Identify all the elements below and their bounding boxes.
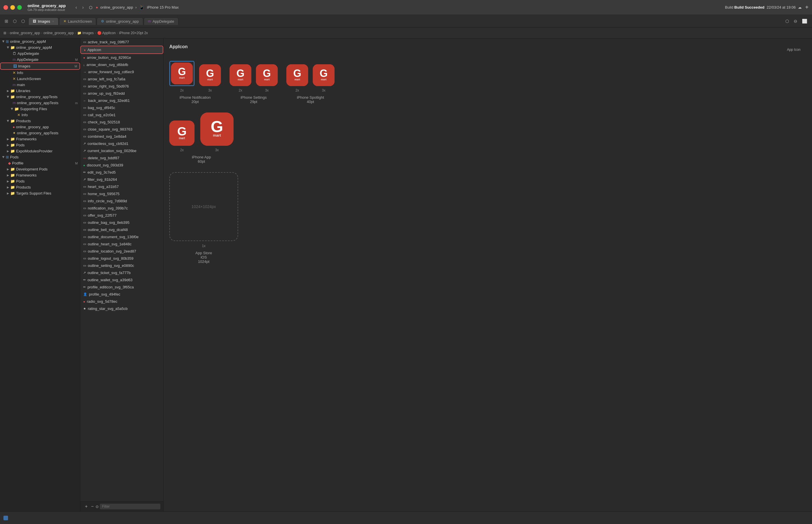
file-item-notification[interactable]: ▭ notification_svg_399b7c — [80, 204, 163, 212]
close-window-button[interactable] — [3, 5, 8, 10]
sidebar-item-info[interactable]: ✕ Info — [0, 70, 80, 76]
file-item-arrow-forward[interactable]: → arrow_forward_svg_cd6ec9 — [80, 68, 163, 76]
icon-cell-app-2x[interactable]: G mart 2x — [169, 120, 195, 152]
file-item-profile-editicon[interactable]: ✏ profile_editicon_svg_3f65ca — [80, 283, 163, 291]
sidebar-item-podfile[interactable]: ◆ Podfile M — [0, 160, 80, 166]
file-item-radio[interactable]: ● radio_svg_5d78ec — [80, 298, 163, 305]
file-item-arrow-up[interactable]: ▭ arrow_up_svg_f92edd — [80, 90, 163, 97]
sidebar-item-pods-sub[interactable]: ▶ 📁 Pods — [0, 142, 80, 148]
appstore-placeholder[interactable]: 1024×1024px — [169, 172, 238, 241]
sidebar-item-tests-folder[interactable]: ▶ 📁 online_grocery_appTests — [0, 94, 80, 100]
file-item-contactless[interactable]: ↗ contactless_svg_cb92d1 — [80, 140, 163, 147]
file-item-profile[interactable]: 👤 profile_svg_494fec — [80, 291, 163, 298]
minimize-window-button[interactable] — [10, 5, 15, 10]
file-item-filter[interactable]: ↗ filter_svg_81b264 — [80, 176, 163, 183]
nav-next-button[interactable]: ⬡ — [20, 17, 26, 25]
add-button[interactable]: + — [805, 4, 809, 11]
file-item-edit[interactable]: ✏ edit_svg_3c7ed5 — [80, 169, 163, 176]
file-item-current-location[interactable]: ↗ current_location_svg_0026be — [80, 147, 163, 154]
sidebar-item-app-product[interactable]: ● online_grocery_app — [0, 124, 80, 130]
icon-cell-notification-3x[interactable]: G mart 3x — [199, 64, 221, 93]
split-editor-button[interactable]: ⬡ — [784, 17, 790, 25]
icon-cell-app-3x[interactable]: G mart 3x — [200, 113, 234, 152]
sidebar-item-pods-root[interactable]: ▶ ⊞ Pods — [0, 154, 80, 160]
file-item-outline-bag[interactable]: ▭ outline_bag_svg_8eb395 — [80, 219, 163, 226]
icon-cell-settings-2x[interactable]: G mart 2x — [230, 64, 251, 93]
sidebar-item-appdelegate-m[interactable]: m AppDelegate M — [0, 56, 80, 63]
file-item-rating-star[interactable]: ★ rating_star_svg_a5a5cb — [80, 305, 163, 312]
file-item-home[interactable]: ▭ home_svg_595675 — [80, 190, 163, 197]
file-item-outline-setting[interactable]: ▭ outline_setting_svg_e0890c — [80, 262, 163, 269]
file-item-outline-document[interactable]: ▭ outline_document_svg_136f0e — [80, 233, 163, 241]
breadcrumb-project[interactable]: online_grocery_app — [10, 31, 40, 35]
file-item-close-square[interactable]: ▭ close_square_svg_983763 — [80, 126, 163, 133]
icon-cell-spotlight-3x[interactable]: G mart 3x — [313, 64, 334, 93]
sidebar-item-products[interactable]: ▶ 📁 Products — [0, 118, 80, 124]
sidebar-item-appdelegate-h[interactable]: 🗒 AppDelegate — [0, 50, 80, 56]
file-item-arrow-right[interactable]: ▭ arrow_right_svg_5bd976 — [80, 83, 163, 90]
sidebar-item-dev-pods[interactable]: ▶ 📁 Development Pods — [0, 166, 80, 172]
tab-launchscreen[interactable]: ✕ LaunchScreen — [59, 17, 96, 25]
icon-cell-settings-3x[interactable]: G mart 3x — [256, 64, 278, 93]
file-item-check[interactable]: ▭ check_svg_502518 — [80, 118, 163, 126]
maximize-window-button[interactable] — [17, 5, 22, 10]
sidebar-item-tests-product[interactable]: ✦ online_grocery_appTests — [0, 130, 80, 136]
file-item-arrow-left[interactable]: ▭ arrow_left_svg_fc7a6a — [80, 76, 163, 83]
file-item-info-circle[interactable]: ▭ info_circle_svg_7d989d — [80, 197, 163, 204]
nav-prev-button[interactable]: ⬡ — [12, 17, 18, 25]
tab-grocery-app[interactable]: ⚙ online_grocery_app — [97, 17, 143, 25]
sidebar-item-targets-support[interactable]: ▶ 📁 Targets Support Files — [0, 190, 80, 196]
file-item-outline-logout[interactable]: ▭ outline_logout_svg_80b359 — [80, 255, 163, 262]
layout-button[interactable]: ⬜ — [801, 17, 809, 25]
sidebar-item-tests-m[interactable]: m online_grocery_appTests m — [0, 100, 80, 106]
sidebar-item-main[interactable]: m main — [0, 82, 80, 88]
file-item-bag[interactable]: ▭ bag_svg_df945c — [80, 104, 163, 111]
svg-text:G: G — [263, 67, 271, 79]
file-item-discount[interactable]: ● discount_svg_093d39 — [80, 162, 163, 169]
file-item-offer[interactable]: ▭ offer_svg_22f577 — [80, 212, 163, 219]
icon-cell-notification-2x[interactable]: G mart 2x — [169, 61, 195, 93]
file-item-back-arrow[interactable]: ← back_arrow_svg_32ed61 — [80, 97, 163, 104]
file-item-delete[interactable]: ▭ delete_svg_bddf87 — [80, 154, 163, 162]
sidebar-item-images[interactable]: 🖼 Images M — [0, 63, 80, 70]
tab-images-close[interactable]: ✕ — [52, 20, 54, 23]
file-item-outline-wallet[interactable]: ✏ outline_wallet_svg_a39d63 — [80, 276, 163, 283]
sidebar-toggle-button[interactable]: ⊞ — [3, 17, 10, 25]
sidebar-item-supporting-files[interactable]: ▶ 📁 Supporting Files — [0, 106, 80, 112]
file-item-combined[interactable]: ▭ combined_svg_1e8da4 — [80, 133, 163, 140]
sidebar-item-frameworks2[interactable]: ▶ 📁 Frameworks — [0, 172, 80, 178]
sidebar-item-pods2[interactable]: ▶ 📁 Pods — [0, 178, 80, 184]
file-item-outline-bell[interactable]: ▭ outline_bell_svg_dcaf48 — [80, 226, 163, 233]
sidebar-item-expo[interactable]: ▶ 📁 ExpoModulesProvider — [0, 148, 80, 154]
file-item-outline-ticket[interactable]: ↗ outline_ticket_svg_fa777b — [80, 269, 163, 276]
file-item-arrow-button[interactable]: ● arrow_button_svg_82991e — [80, 54, 163, 61]
file-item-appicon[interactable]: ● AppIcon — [80, 46, 163, 54]
breadcrumb-applicon[interactable]: 🔴 ApplIcon — [97, 31, 116, 35]
file-item-heart[interactable]: ▭ heart_svg_a31b57 — [80, 183, 163, 190]
breadcrumb-folder[interactable]: online_grocery_app — [43, 31, 73, 35]
device-selector[interactable]: ● online_grocery_app › 📱 iPhone 15 Pro M… — [96, 4, 179, 10]
sidebar-item-launchscreen[interactable]: ✕ LaunchScreen — [0, 76, 80, 82]
sidebar-item-products2[interactable]: ▶ 📁 Products — [0, 184, 80, 190]
filter-input[interactable] — [100, 504, 160, 509]
nav-back-button[interactable]: ‹ — [74, 4, 79, 11]
tab-images[interactable]: 🖼 Images ✕ — [29, 17, 59, 25]
sidebar-item-project-root[interactable]: ▶ ⊞ online_grocery_app M — [0, 38, 80, 45]
file-item-active-track[interactable]: ▭ active_track_svg_09f677 — [80, 38, 163, 46]
zoom-out-button[interactable]: ⊖ — [793, 17, 798, 25]
file-item-call[interactable]: ▭ call_svg_e2c0e1 — [80, 111, 163, 118]
sidebar-item-libraries[interactable]: ▶ 📁 Libraries — [0, 88, 80, 94]
add-file-button[interactable]: + — [83, 503, 89, 510]
breadcrumb-images[interactable]: 📁 Images — [77, 31, 94, 35]
nav-forward-button[interactable]: › — [80, 4, 85, 11]
sidebar-item-info2[interactable]: ✕ Info — [0, 112, 80, 118]
file-item-arrow-down[interactable]: ↓ arrow_down_svg_d6bbfb — [80, 61, 163, 68]
icon-cell-spotlight-2x[interactable]: G mart 2x — [286, 64, 308, 93]
breadcrumb-iphone20[interactable]: iPhone 20×20pt 2x — [119, 31, 148, 35]
file-item-outline-heart[interactable]: ▭ outline_heart_svg_1e848c — [80, 241, 163, 248]
sidebar-item-app-folder[interactable]: ▶ 📁 online_grocery_app M — [0, 45, 80, 50]
tab-appdelegate[interactable]: m AppDelegate — [144, 17, 179, 25]
file-item-outline-location[interactable]: ▭ outline_location_svg_2eed87 — [80, 248, 163, 255]
remove-file-button[interactable]: − — [89, 503, 95, 510]
sidebar-item-frameworks[interactable]: ▶ 📁 Frameworks — [0, 136, 80, 142]
